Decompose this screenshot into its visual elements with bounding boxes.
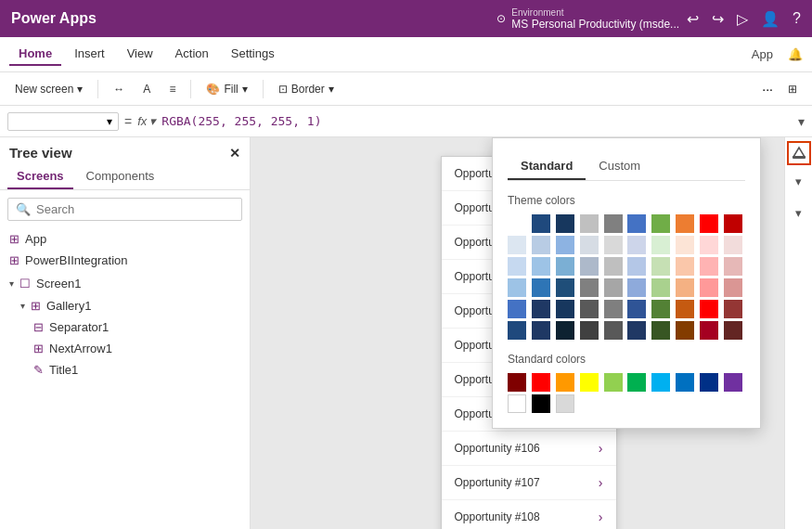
theme-color-swatch[interactable]	[724, 300, 742, 318]
theme-color-swatch[interactable]	[724, 321, 742, 340]
theme-color-swatch[interactable]	[651, 300, 670, 318]
theme-color-swatch[interactable]	[700, 321, 718, 340]
standard-color-swatch[interactable]	[556, 373, 574, 392]
theme-color-swatch[interactable]	[651, 257, 670, 276]
theme-color-swatch[interactable]	[580, 214, 599, 233]
standard-color-swatch[interactable]	[627, 373, 646, 392]
theme-color-swatch[interactable]	[556, 321, 574, 340]
arrange-button[interactable]: ↔	[106, 80, 132, 98]
theme-color-swatch[interactable]	[532, 321, 550, 340]
fx-button[interactable]: fx ▾	[137, 114, 156, 128]
theme-color-swatch[interactable]	[724, 257, 742, 276]
theme-color-swatch[interactable]	[532, 300, 550, 318]
help-icon[interactable]: ?	[793, 10, 801, 27]
new-screen-button[interactable]: New screen ▾	[7, 80, 90, 98]
tab-components[interactable]: Components	[77, 164, 164, 189]
theme-color-swatch[interactable]	[676, 321, 694, 340]
theme-color-swatch[interactable]	[700, 214, 718, 233]
list-item-10[interactable]: Opportunity #108 ›	[442, 500, 616, 529]
theme-color-swatch[interactable]	[580, 321, 599, 340]
theme-color-swatch[interactable]	[508, 214, 526, 233]
theme-color-swatch[interactable]	[580, 236, 599, 254]
standard-color-swatch[interactable]	[580, 373, 599, 392]
theme-color-swatch[interactable]	[508, 278, 526, 297]
list-item-8[interactable]: Opportunity #106 ›	[442, 432, 616, 466]
border-button[interactable]: ⊡ Border ▾	[271, 80, 342, 98]
theme-color-swatch[interactable]	[676, 257, 694, 276]
menu-insert[interactable]: Insert	[65, 43, 114, 66]
theme-color-swatch[interactable]	[580, 257, 599, 276]
standard-color-swatch[interactable]	[651, 373, 670, 392]
close-icon[interactable]: ✕	[229, 146, 240, 161]
bell-icon[interactable]: 🔔	[788, 47, 803, 61]
tree-item-nextarrow1[interactable]: ⊞ NextArrow1	[0, 338, 250, 359]
menu-settings[interactable]: Settings	[222, 43, 284, 66]
theme-color-swatch[interactable]	[508, 236, 526, 254]
theme-color-swatch[interactable]	[532, 257, 550, 276]
theme-color-swatch[interactable]	[532, 214, 550, 233]
theme-color-swatch[interactable]	[604, 300, 623, 318]
standard-color-swatch[interactable]	[700, 373, 718, 392]
theme-color-swatch[interactable]	[724, 236, 742, 254]
cp-tab-custom[interactable]: Custom	[586, 153, 653, 180]
standard-color-swatch[interactable]	[532, 394, 550, 413]
standard-color-swatch[interactable]	[508, 373, 526, 392]
theme-color-swatch[interactable]	[604, 321, 623, 340]
standard-color-swatch[interactable]	[508, 394, 526, 413]
menu-action[interactable]: Action	[166, 43, 218, 66]
theme-color-swatch[interactable]	[651, 321, 670, 340]
theme-color-swatch[interactable]	[700, 236, 718, 254]
theme-color-swatch[interactable]	[604, 278, 623, 297]
undo-icon[interactable]: ↩	[687, 10, 699, 28]
tree-item-gallery1[interactable]: ▾ ⊞ Gallery1	[0, 295, 250, 316]
menu-home[interactable]: Home	[9, 43, 61, 66]
theme-color-swatch[interactable]	[580, 278, 599, 297]
toolbar-overflow-button[interactable]: ⊞	[780, 80, 805, 98]
theme-color-swatch[interactable]	[651, 214, 670, 233]
align-button[interactable]: ≡	[161, 80, 183, 98]
theme-color-swatch[interactable]	[627, 236, 646, 254]
theme-color-swatch[interactable]	[700, 300, 718, 318]
standard-color-swatch[interactable]	[556, 394, 574, 413]
theme-color-swatch[interactable]	[651, 236, 670, 254]
theme-color-swatch[interactable]	[604, 236, 623, 254]
theme-color-swatch[interactable]	[627, 257, 646, 276]
theme-color-swatch[interactable]	[508, 257, 526, 276]
theme-color-swatch[interactable]	[676, 300, 694, 318]
theme-color-swatch[interactable]	[724, 214, 742, 233]
theme-color-swatch[interactable]	[627, 214, 646, 233]
text-button[interactable]: A	[135, 80, 158, 98]
toolbar-more-button[interactable]: ···	[762, 82, 773, 97]
theme-color-swatch[interactable]	[556, 214, 574, 233]
search-input[interactable]	[36, 202, 234, 216]
theme-color-swatch[interactable]	[676, 214, 694, 233]
theme-color-swatch[interactable]	[627, 321, 646, 340]
play-icon[interactable]: ▷	[737, 10, 748, 28]
cp-tab-standard[interactable]: Standard	[508, 153, 586, 180]
theme-color-swatch[interactable]	[556, 300, 574, 318]
tree-item-app[interactable]: ⊞ App	[0, 228, 250, 250]
theme-color-swatch[interactable]	[700, 278, 718, 297]
paint-button[interactable]	[787, 141, 811, 165]
theme-color-swatch[interactable]	[651, 278, 670, 297]
formula-input[interactable]	[161, 114, 793, 128]
panel-chevron-down-2[interactable]: ▾	[787, 200, 811, 225]
menu-view[interactable]: View	[118, 43, 162, 66]
panel-chevron-down-1[interactable]: ▾	[787, 169, 811, 193]
property-dropdown[interactable]: ▾	[7, 112, 119, 131]
formula-expand-icon[interactable]: ▾	[798, 114, 805, 129]
standard-color-swatch[interactable]	[724, 373, 742, 392]
theme-color-swatch[interactable]	[532, 278, 550, 297]
standard-color-swatch[interactable]	[532, 373, 550, 392]
theme-color-swatch[interactable]	[556, 278, 574, 297]
tree-item-title1[interactable]: ✎ Title1	[0, 359, 250, 381]
tab-screens[interactable]: Screens	[7, 164, 73, 189]
theme-color-swatch[interactable]	[580, 300, 599, 318]
standard-color-swatch[interactable]	[676, 373, 694, 392]
theme-color-swatch[interactable]	[604, 257, 623, 276]
theme-color-swatch[interactable]	[676, 236, 694, 254]
theme-color-swatch[interactable]	[604, 214, 623, 233]
account-icon[interactable]: 👤	[761, 10, 780, 28]
tree-item-screen1[interactable]: ▾ ☐ Screen1 ···	[0, 271, 250, 295]
theme-color-swatch[interactable]	[627, 278, 646, 297]
